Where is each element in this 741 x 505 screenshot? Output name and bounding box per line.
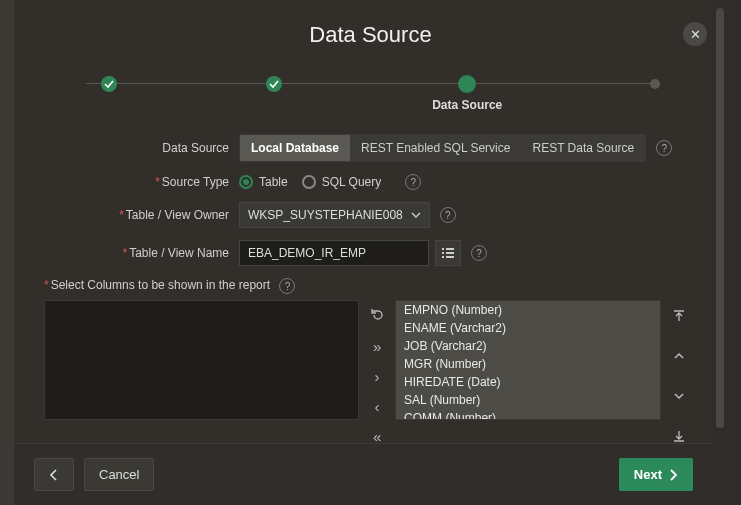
scrollbar-thumb[interactable] [716,8,724,428]
list-item[interactable]: COMM (Number) [396,409,660,420]
radio-dot-icon [302,175,316,189]
move-all-right-button[interactable]: » [365,334,389,358]
order-buttons [661,300,697,452]
move-right-button[interactable]: › [365,364,389,388]
help-icon[interactable]: ? [279,278,295,294]
svg-rect-0 [442,248,444,250]
dialog-title: Data Source [14,0,727,48]
list-item[interactable]: MGR (Number) [396,355,660,373]
background-sliver [0,0,14,505]
radio-dot-selected-icon [239,175,253,189]
select-owner[interactable]: WKSP_SUYSTEPHANIE008 [239,202,430,228]
arrow-bottom-icon [672,429,686,443]
back-button[interactable] [34,458,74,491]
row-name: *Table / View Name ? [14,240,727,266]
row-data-source: Data Source Local Database REST Enabled … [14,134,727,162]
help-icon[interactable]: ? [656,140,672,156]
svg-rect-3 [446,252,454,254]
label-owner: *Table / View Owner [14,208,239,222]
selected-columns-list[interactable]: EMPNO (Number) ENAME (Varchar2) JOB (Var… [395,300,661,420]
progress-line [86,83,655,84]
move-left-button[interactable]: ‹ [365,394,389,418]
move-buttons: » › ‹ « [359,300,395,452]
move-down-button[interactable] [667,384,691,408]
chevron-down-icon [673,390,685,402]
row-source-type: *Source Type Table SQL Query ? [14,174,727,190]
close-icon: ✕ [690,27,701,42]
next-button[interactable]: Next [619,458,693,491]
column-shuttle: » › ‹ « EMPNO (Number) ENAME (Varchar2) … [44,300,697,452]
chevron-up-icon [673,350,685,362]
help-icon[interactable]: ? [405,174,421,190]
move-up-button[interactable] [667,344,691,368]
step-1-done-icon [101,76,117,92]
dialog-footer: Cancel Next [14,443,713,505]
seg-rest-data-source[interactable]: REST Data Source [521,135,645,161]
svg-rect-1 [446,248,454,250]
double-chevron-left-icon: « [373,428,381,445]
label-name: *Table / View Name [14,246,239,260]
help-icon[interactable]: ? [440,207,456,223]
double-chevron-right-icon: » [373,338,381,355]
label-source-type: *Source Type [14,175,239,189]
list-item[interactable]: SAL (Number) [396,391,660,409]
chevron-down-icon [411,210,421,220]
row-owner: *Table / View Owner WKSP_SUYSTEPHANIE008… [14,202,727,228]
seg-rest-sql[interactable]: REST Enabled SQL Service [350,135,521,161]
list-item[interactable]: HIREDATE (Date) [396,373,660,391]
list-picker-button[interactable] [435,240,461,266]
cancel-button[interactable]: Cancel [84,458,154,491]
segmented-data-source: Local Database REST Enabled SQL Service … [239,134,646,162]
svg-rect-2 [442,252,444,254]
step-3-current-icon [458,75,476,93]
svg-rect-5 [446,256,454,258]
arrow-top-icon [672,309,686,323]
chevron-right-icon: › [375,368,380,385]
svg-rect-4 [442,256,444,258]
list-item[interactable]: ENAME (Varchar2) [396,319,660,337]
label-data-source: Data Source [14,141,239,155]
chevron-right-icon [668,469,678,481]
current-step-label: Data Source [432,98,502,112]
close-button[interactable]: ✕ [683,22,707,46]
chevron-left-icon: ‹ [375,398,380,415]
reset-button[interactable] [365,304,389,328]
input-table-name[interactable] [239,240,429,266]
radio-table[interactable]: Table [239,175,288,189]
move-top-button[interactable] [667,304,691,328]
reset-icon [369,308,385,324]
available-columns-list[interactable] [44,300,359,420]
scrollbar[interactable] [713,0,727,505]
radio-label-table: Table [259,175,288,189]
radio-sql-query[interactable]: SQL Query [302,175,382,189]
chevron-left-icon [49,469,59,481]
list-item[interactable]: EMPNO (Number) [396,301,660,319]
radio-label-sql: SQL Query [322,175,382,189]
select-owner-value: WKSP_SUYSTEPHANIE008 [248,208,403,222]
list-icon [441,246,455,260]
form-area: Data Source Local Database REST Enabled … [14,134,727,266]
label-select-columns: *Select Columns to be shown in the repor… [44,278,727,294]
list-item[interactable]: JOB (Varchar2) [396,337,660,355]
help-icon[interactable]: ? [471,245,487,261]
wizard-progress: Data Source [86,76,655,106]
seg-local-database[interactable]: Local Database [240,135,350,161]
step-2-done-icon [266,76,282,92]
dialog: Data Source ✕ Data Source Data Source Lo… [14,0,727,505]
step-4-future-icon [650,79,660,89]
